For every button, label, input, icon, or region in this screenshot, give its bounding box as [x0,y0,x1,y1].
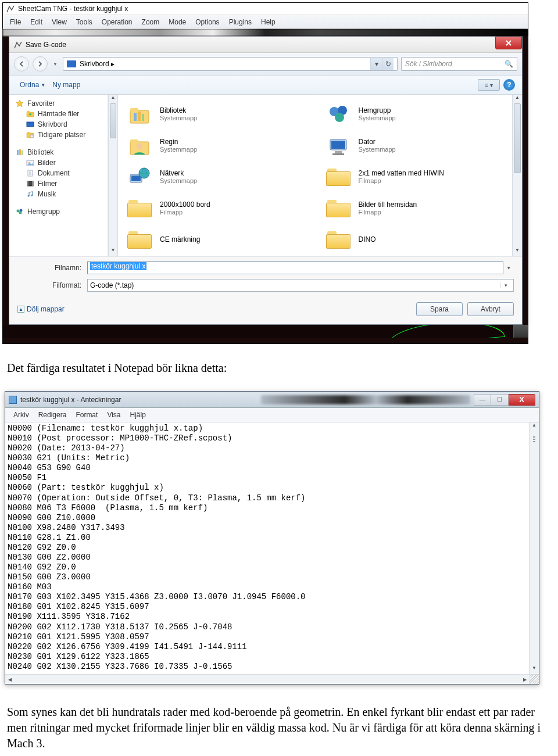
format-label: Filformat: [17,281,87,289]
close-button[interactable]: X [509,394,535,406]
address-bar[interactable]: Skrivbord ▸ ▾ ↻ [63,57,398,71]
file-item[interactable]: BibliotekSystemmapp [121,98,320,130]
sheetcam-title: SheetCam TNG - testkör kugghjul x [18,5,128,13]
sidebar-item-recent[interactable]: Tidigare platser [15,130,108,140]
dialog-titlebar[interactable]: Save G-code [9,37,522,53]
cad-strip [3,325,528,338]
notepad-window: testkör kugghjul x - Anteckningar — ☐ X … [5,391,539,685]
address-dropdown-button[interactable]: ▾ [370,58,382,70]
nav-forward-button[interactable] [33,56,48,71]
desktop-icon [67,60,76,67]
folder-icon [126,196,153,220]
organize-button[interactable]: Ordna ▼ [16,80,49,90]
format-select[interactable]: G-code (*.tap) ▾ [87,279,514,292]
notepad-hscroll[interactable]: ◀ ▶ [5,674,539,684]
chevron-right-icon: ▸ [111,60,115,68]
np-menu-format[interactable]: Format [71,410,102,420]
file-type: Systemmapp [160,114,197,121]
sidebar-item-videos[interactable]: Filmer [15,178,108,189]
menu-view[interactable]: View [47,17,71,27]
svg-rect-14 [27,181,28,186]
svg-rect-2 [27,111,30,113]
sidebar-scrollbar[interactable]: ▲ ▼ [108,95,118,256]
chevron-down-icon: ▼ [41,83,45,88]
sidebar-item-downloads[interactable]: Hämtade filer [15,109,108,119]
menu-help[interactable]: Help [256,17,280,27]
search-placeholder: Sök i Skrivbord [405,60,452,68]
file-item[interactable]: CE märkning [121,224,320,255]
sheetcam-menubar: File Edit View Tools Operation Zoom Mode… [3,15,528,29]
folder-icon [325,196,352,220]
scroll-thumb[interactable] [110,103,116,138]
sidebar-header-libraries[interactable]: Bibliotek [15,147,108,157]
filename-input[interactable]: testkör kugghjul x [87,261,503,274]
file-item[interactable]: ReginSystemmapp [121,130,320,161]
filepane-scrollbar[interactable]: ▲ ▼ [512,95,522,256]
menu-file[interactable]: File [5,17,26,27]
user-icon [126,133,153,157]
file-item[interactable]: HemgruppSystemmapp [320,98,519,130]
file-name: Nätverk [160,169,197,177]
sidebar-item-documents[interactable]: Dokument [15,168,108,178]
maximize-button[interactable]: ☐ [491,394,509,406]
menu-plugins[interactable]: Plugins [224,17,256,27]
np-menu-arkiv[interactable]: Arkiv [9,410,34,420]
window-buttons: — ☐ X [474,394,535,406]
file-name: Bibliotek [160,106,197,114]
sidebar-item-desktop[interactable]: Skrivbord [15,119,108,130]
notepad-titlebar[interactable]: testkör kugghjul x - Anteckningar — ☐ X [5,392,539,408]
pictures-icon [26,159,35,167]
format-value: G-code (*.tap) [90,281,134,289]
resize-grip[interactable] [529,674,539,684]
file-item[interactable]: NätverkSystemmapp [121,161,320,192]
nav-back-button[interactable] [14,56,29,71]
new-folder-button[interactable]: Ny mapp [49,80,84,90]
libraries-icon [15,148,24,156]
np-menu-hjalp[interactable]: Hjälp [126,410,151,420]
dialog-toolbar: Ordna ▼ Ny mapp ≡ ▾ ? [9,76,522,95]
svg-rect-30 [130,139,138,143]
dialog-close-button[interactable] [495,37,522,49]
svg-rect-25 [142,114,144,121]
address-refresh-button[interactable]: ↻ [382,58,394,70]
file-item[interactable]: DINO [320,224,519,255]
menu-options[interactable]: Options [191,17,224,27]
save-button[interactable]: Spara [416,302,463,316]
sidebar-header-homegroup[interactable]: Hemgrupp [15,206,108,217]
menu-edit[interactable]: Edit [26,17,47,27]
gcode-icon [14,41,22,49]
hide-folders-toggle[interactable]: ▲ Dölj mappar [17,305,65,313]
network-icon [126,164,153,189]
sidebar-item-music[interactable]: Musik [15,189,108,199]
file-item[interactable]: Bilder till hemsidanFilmapp [320,192,519,224]
dialog-nav-row: ▼ Skrivbord ▸ ▾ ↻ Sök i Skrivbord 🔍 [9,53,522,76]
help-button[interactable]: ? [503,79,515,91]
notepad-vscroll[interactable]: ▲ ▼ [529,422,539,674]
file-item[interactable]: DatorSystemmapp [320,130,519,161]
menu-operation[interactable]: Operation [97,17,137,27]
file-item[interactable]: 2x1 med vatten med HIWINFilmapp [320,161,519,192]
nav-history-dropdown[interactable]: ▼ [51,56,59,71]
menu-tools[interactable]: Tools [71,17,97,27]
search-input[interactable]: Sök i Skrivbord 🔍 [401,57,517,71]
menu-zoom[interactable]: Zoom [137,17,164,27]
view-mode-button[interactable]: ≡ ▾ [478,79,500,91]
notepad-textarea[interactable]: N0000 (Filename: testkör kugghjul x.tap)… [5,422,539,674]
save-gcode-dialog: Save G-code ▼ Skrivbord ▸ ▾ [9,36,523,325]
chevron-down-icon: ▾ [500,282,511,288]
cancel-button[interactable]: Avbryt [467,302,514,316]
file-type: Systemmapp [160,177,197,184]
menu-mode[interactable]: Mode [164,17,191,27]
doc-paragraph-2: Som synes kan det bli hundratals rader m… [0,685,558,756]
scroll-thumb[interactable] [514,103,521,173]
breadcrumb[interactable]: Skrivbord ▸ [80,60,367,68]
filename-dropdown[interactable]: ▾ [503,265,514,271]
sidebar-item-pictures[interactable]: Bilder [15,157,108,168]
minimize-button[interactable]: — [474,394,491,406]
file-item[interactable]: 2000x1000 bordFilmapp [121,192,320,224]
np-menu-redigera[interactable]: Redigera [34,410,71,420]
file-type: Filmapp [160,209,210,216]
svg-rect-22 [130,108,138,112]
np-menu-visa[interactable]: Visa [102,410,125,420]
sidebar-header-favorites[interactable]: Favoriter [15,98,108,109]
